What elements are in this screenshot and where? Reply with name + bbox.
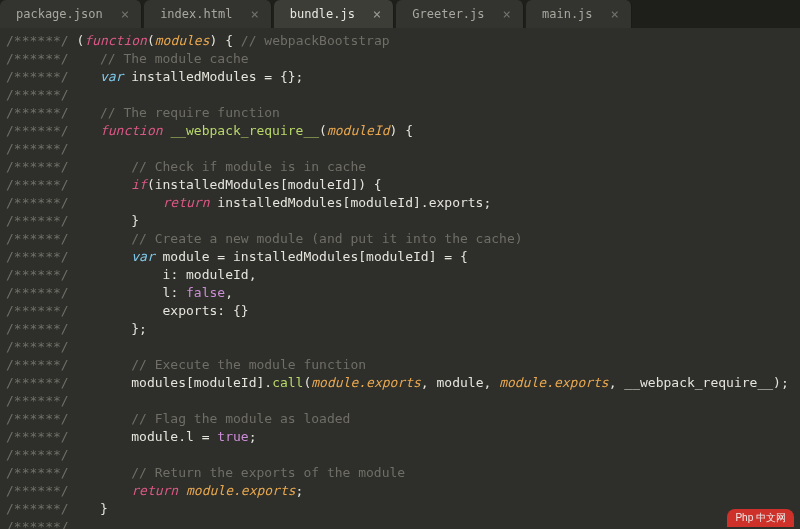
token-cmt: // The require function	[100, 105, 280, 120]
code-line: /******/ modules[moduleId].call(module.e…	[6, 374, 800, 392]
code-line: /******/	[6, 446, 800, 464]
token-def	[178, 483, 186, 498]
token-def: exports	[163, 303, 218, 318]
code-line: /******/ l: false,	[6, 284, 800, 302]
token-pun: =	[202, 429, 218, 444]
gutter-comment: /******/	[6, 339, 69, 354]
token-pun: }	[100, 501, 108, 516]
token-pun: , module,	[421, 375, 499, 390]
code-line: /******/ // Return the exports of the mo…	[6, 464, 800, 482]
gutter-comment: /******/	[6, 249, 131, 264]
token-pun: : moduleId,	[170, 267, 256, 282]
tab-label: package.json	[16, 7, 103, 21]
gutter-comment: /******/	[6, 285, 163, 300]
token-prm: modules	[155, 33, 210, 48]
code-line: /******/ // Flag the module as loaded	[6, 410, 800, 428]
token-ret: return	[131, 483, 178, 498]
gutter-comment: /******/	[6, 159, 131, 174]
gutter-comment: /******/	[6, 87, 69, 102]
token-kw: function	[84, 33, 147, 48]
code-line: /******/ };	[6, 320, 800, 338]
gutter-comment: /******/	[6, 123, 100, 138]
code-line: /******/ i: moduleId,	[6, 266, 800, 284]
watermark-badge: Php 中文网	[727, 509, 794, 527]
tab-bundle-js[interactable]: bundle.js×	[274, 0, 394, 28]
token-pun: ) {	[390, 123, 413, 138]
close-icon[interactable]: ×	[121, 7, 129, 21]
code-line: /******/ // Execute the module function	[6, 356, 800, 374]
token-pun: , __webpack_require__);	[609, 375, 789, 390]
token-pun: = installedModules[moduleId] = {	[217, 249, 467, 264]
token-pun: : {}	[217, 303, 248, 318]
token-prmi: module.exports	[186, 483, 296, 498]
gutter-comment: /******/	[6, 51, 100, 66]
token-cmt: // Check if module is in cache	[131, 159, 366, 174]
gutter-comment: /******/	[6, 465, 131, 480]
code-line: /******/ // Check if module is in cache	[6, 158, 800, 176]
gutter-comment: /******/	[6, 195, 163, 210]
code-line: /******/ }	[6, 500, 800, 518]
tab-main-js[interactable]: main.js×	[526, 0, 632, 28]
code-line: /******/ // The require function	[6, 104, 800, 122]
token-ret: return	[163, 195, 210, 210]
token-pun: = {};	[264, 69, 303, 84]
gutter-comment: /******/	[6, 303, 163, 318]
token-prmi: module.exports	[499, 375, 609, 390]
tab-label: main.js	[542, 7, 593, 21]
token-kw: function	[100, 123, 163, 138]
gutter-comment: /******/	[6, 213, 131, 228]
token-pun: (	[147, 33, 155, 48]
tab-label: index.html	[160, 7, 232, 21]
token-prmi: module.exports	[311, 375, 421, 390]
gutter-comment: /******/	[6, 321, 131, 336]
tab-label: Greeter.js	[412, 7, 484, 21]
token-pun: ;	[296, 483, 304, 498]
code-line: /******/ if(installedModules[moduleId]) …	[6, 176, 800, 194]
gutter-comment: /******/	[6, 267, 163, 282]
token-cmt: // Flag the module as loaded	[131, 411, 350, 426]
tab-index-html[interactable]: index.html×	[144, 0, 272, 28]
token-def: installedModules	[123, 69, 264, 84]
token-def: modules[moduleId].	[131, 375, 272, 390]
tab-greeter-js[interactable]: Greeter.js×	[396, 0, 524, 28]
code-line: /******/ function __webpack_require__(mo…	[6, 122, 800, 140]
gutter-comment: /******/	[6, 141, 69, 156]
code-editor[interactable]: /******/ (function(modules) { // webpack…	[0, 28, 800, 529]
gutter-comment: /******/	[6, 411, 131, 426]
token-num: false	[186, 285, 225, 300]
close-icon[interactable]: ×	[250, 7, 258, 21]
close-icon[interactable]: ×	[611, 7, 619, 21]
token-pun: (installedModules[moduleId]) {	[147, 177, 382, 192]
token-prm: moduleId	[327, 123, 390, 138]
token-kwv: var	[131, 249, 154, 264]
tab-label: bundle.js	[290, 7, 355, 21]
code-line: /******/ var installedModules = {};	[6, 68, 800, 86]
gutter-comment: /******/	[6, 393, 69, 408]
token-kw: if	[131, 177, 147, 192]
token-cmt: // The module cache	[100, 51, 249, 66]
token-pun: ) {	[210, 33, 241, 48]
token-cmt: // Create a new module (and put it into …	[131, 231, 522, 246]
token-cmt: // Execute the module function	[131, 357, 366, 372]
code-line: /******/ return module.exports;	[6, 482, 800, 500]
code-line: /******/	[6, 140, 800, 158]
gutter-comment: /******/	[6, 231, 131, 246]
gutter-comment: /******/	[6, 69, 100, 84]
token-pun: }	[131, 213, 139, 228]
close-icon[interactable]: ×	[373, 7, 381, 21]
token-def: module.l	[131, 429, 201, 444]
token-num: true	[217, 429, 248, 444]
tab-package-json[interactable]: package.json×	[0, 0, 142, 28]
token-pun: (	[319, 123, 327, 138]
code-line: /******/ (function(modules) { // webpack…	[6, 32, 800, 50]
gutter-comment: /******/	[6, 357, 131, 372]
gutter-comment: /******/	[6, 177, 131, 192]
code-line: /******/ return installedModules[moduleI…	[6, 194, 800, 212]
gutter-comment: /******/	[6, 33, 76, 48]
gutter-comment: /******/	[6, 429, 131, 444]
code-line: /******/	[6, 338, 800, 356]
token-fn: call	[272, 375, 303, 390]
gutter-comment: /******/	[6, 447, 69, 462]
close-icon[interactable]: ×	[503, 7, 511, 21]
token-pun: ,	[225, 285, 233, 300]
